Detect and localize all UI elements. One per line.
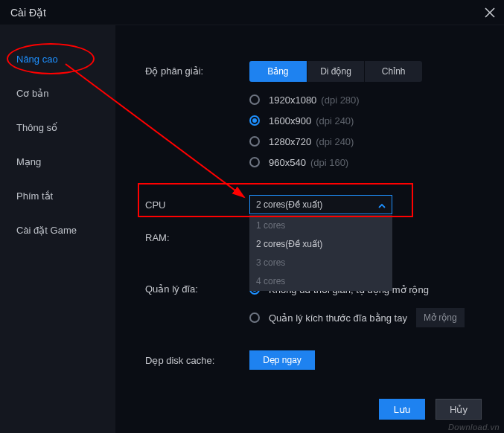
clear-cache-button[interactable]: Dẹp ngay — [249, 350, 315, 370]
radio-1920[interactable]: 1920x1080 (dpi 280) — [249, 89, 474, 110]
cpu-option-2[interactable]: 2 cores(Đề xuất) — [250, 234, 392, 253]
expand-button[interactable]: Mở rộng — [416, 308, 465, 327]
sidebar-item-basic[interactable]: Cơ bản — [0, 76, 115, 110]
radio-icon — [249, 115, 260, 126]
cpu-label: CPU — [145, 195, 249, 211]
watermark: Download.vn — [448, 423, 500, 432]
titlebar: Cài Đặt — [0, 0, 504, 25]
radio-icon — [249, 94, 260, 105]
radio-icon — [249, 312, 260, 323]
sidebar: Nâng cao Cơ bản Thông số Mạng Phím tắt C… — [0, 25, 115, 433]
cpu-option-1[interactable]: 1 cores — [250, 216, 392, 234]
resolution-label: Độ phân giải: — [145, 61, 249, 77]
radio-manual-disk[interactable]: Quản lý kích thước đĩa bằng tay — [249, 312, 407, 324]
close-icon[interactable] — [485, 7, 495, 18]
radio-icon — [249, 136, 260, 147]
sidebar-item-shortcut[interactable]: Phím tắt — [0, 179, 115, 213]
chevron-up-icon — [378, 201, 386, 208]
save-button[interactable]: Lưu — [379, 399, 425, 420]
radio-960[interactable]: 960x540 (dpi 160) — [249, 152, 474, 173]
radio-1600[interactable]: 1600x900 (dpi 240) — [249, 110, 474, 131]
radio-icon — [249, 157, 260, 167]
footer: Lưu Hủy — [379, 399, 482, 420]
resolution-tabs: Bảng Di động Chỉnh — [249, 61, 422, 82]
sidebar-item-specs[interactable]: Thông số — [0, 110, 115, 144]
main-panel: Độ phân giải: Bảng Di động Chỉnh 1920x10… — [115, 25, 504, 433]
window-title: Cài Đặt — [10, 7, 46, 19]
cache-label: Dẹp disk cache: — [145, 350, 249, 366]
disk-label: Quản lý đĩa: — [145, 279, 249, 295]
ram-label: RAM: — [145, 228, 249, 243]
sidebar-item-network[interactable]: Mạng — [0, 144, 115, 179]
sidebar-item-game[interactable]: Cài đặt Game — [0, 213, 115, 247]
tab-tablet[interactable]: Bảng — [249, 61, 307, 82]
cpu-option-3[interactable]: 3 cores — [250, 253, 392, 272]
tab-mobile[interactable]: Di động — [307, 61, 365, 82]
sidebar-item-advanced[interactable]: Nâng cao — [0, 42, 115, 76]
cpu-select[interactable]: 2 cores(Đề xuất) 1 cores 2 cores(Đề xuất… — [249, 195, 392, 214]
cpu-dropdown: 1 cores 2 cores(Đề xuất) 3 cores 4 cores — [249, 215, 392, 291]
cpu-option-4[interactable]: 4 cores — [250, 272, 392, 290]
cancel-button[interactable]: Hủy — [436, 399, 482, 420]
radio-1280[interactable]: 1280x720 (dpi 240) — [249, 131, 474, 152]
tab-custom[interactable]: Chỉnh — [364, 61, 422, 82]
